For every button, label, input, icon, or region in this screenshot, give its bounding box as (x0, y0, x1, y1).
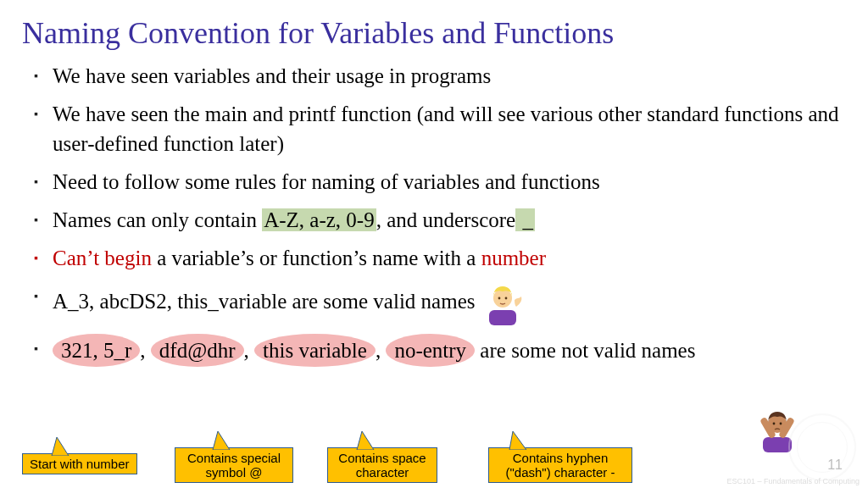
callout-special-symbol: Contains special symbol @ (175, 447, 293, 484)
person-tipping-hand-icon (481, 281, 525, 325)
callout-hyphen: Contains hyphen ("dash") character - (488, 447, 632, 484)
emphasis: number (481, 247, 546, 269)
svg-point-10 (773, 423, 776, 425)
text: A_3, abcDS2, this_variable are some vali… (53, 290, 481, 313)
callout-label: Contains hyphen ("dash") character - (505, 451, 615, 480)
svg-marker-5 (213, 431, 230, 450)
bullet-2: We have seen the main and printf functio… (34, 99, 846, 158)
invalid-name-numstart: 321, 5_r (53, 334, 140, 367)
svg-point-3 (504, 297, 507, 300)
text: , and underscore (376, 208, 516, 231)
text: are some not valid names (475, 339, 695, 362)
invalid-name-hyphen: no-entry (386, 334, 475, 367)
callout-space: Contains space character (327, 447, 437, 484)
bullet-3: Need to follow some rules for naming of … (34, 167, 846, 197)
watermark-text: ESC101 – Fundamentals of Computing (726, 478, 860, 486)
svg-marker-6 (357, 431, 374, 450)
callout-label: Start with number (30, 457, 130, 471)
bullet-1: We have seen variables and their usage i… (34, 61, 846, 91)
bullet-4: Names can only contain A-Z, a-z, 0-9, an… (34, 205, 846, 235)
text: , (140, 339, 151, 362)
emphasis: Can’t begin (53, 247, 152, 269)
highlight-underscore: _ (515, 208, 535, 231)
callout-row: Start with number Contains special symbo… (22, 437, 846, 485)
text: , (244, 339, 255, 362)
svg-rect-8 (763, 437, 792, 452)
svg-point-2 (498, 297, 500, 300)
svg-marker-4 (52, 437, 69, 456)
slide-body: We have seen variables and their usage i… (0, 58, 868, 367)
callout-start-number: Start with number (22, 453, 137, 474)
bullet-5: Can’t begin a variable’s or function’s n… (34, 243, 846, 273)
text: , (376, 339, 387, 362)
invalid-name-space: this variable (254, 334, 376, 367)
highlight-chars: A-Z, a-z, 0-9 (262, 208, 376, 231)
watermark-seal-icon (788, 413, 856, 481)
page-number: 11 (827, 458, 843, 473)
callout-label: Contains special symbol @ (187, 451, 281, 480)
invalid-name-at: dfd@dhr (151, 334, 244, 367)
slide-title: Naming Convention for Variables and Func… (0, 0, 868, 58)
svg-point-11 (780, 423, 782, 425)
bullet-7: 321, 5_r, dfd@dhr, this variable, no-ent… (34, 334, 846, 367)
svg-marker-7 (509, 431, 526, 450)
bullet-6: A_3, abcDS2, this_variable are some vali… (34, 281, 846, 325)
text: Names can only contain (53, 208, 262, 231)
callout-label: Contains space character (338, 451, 426, 480)
text: a variable’s or function’s name with a (152, 247, 481, 269)
svg-rect-0 (489, 310, 516, 325)
